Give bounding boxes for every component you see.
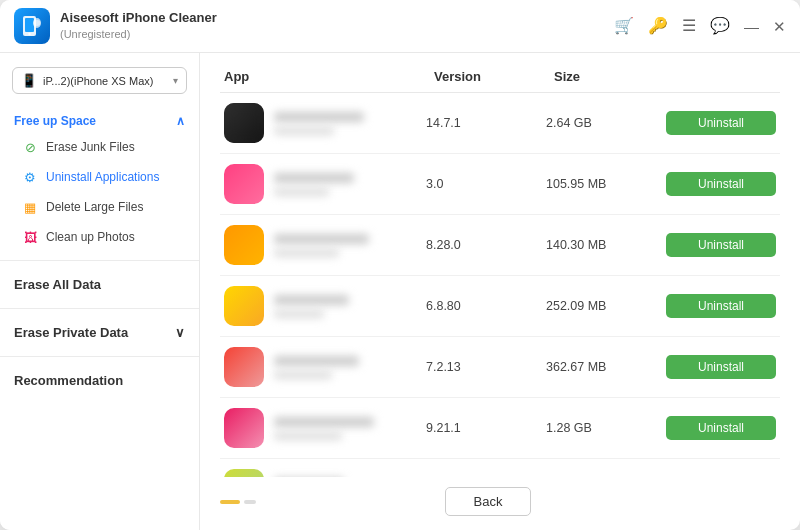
erase-junk-icon: ⊘	[22, 139, 38, 155]
table-row: 3.0 105.95 MB Uninstall	[220, 154, 780, 215]
app-icon	[14, 8, 50, 44]
sidebar-section-free-up-space[interactable]: Free up Space ∧	[0, 108, 199, 132]
app-size: 140.30 MB	[546, 238, 666, 252]
collapse-icon: ∧	[176, 114, 185, 128]
app-size: 2.64 GB	[546, 116, 666, 130]
app-info	[274, 295, 349, 318]
app-dev	[274, 371, 332, 379]
chevron-down-icon: ▾	[173, 75, 178, 86]
app-info	[274, 234, 369, 257]
uninstall-button[interactable]: Uninstall	[666, 355, 776, 379]
device-name: iP...2)(iPhone XS Max)	[43, 75, 167, 87]
back-button[interactable]: Back	[445, 487, 532, 516]
app-dev	[274, 432, 342, 440]
app-name	[274, 356, 359, 366]
app-cell	[224, 408, 426, 448]
device-selector[interactable]: 📱 iP...2)(iPhone XS Max) ▾	[12, 67, 187, 94]
sidebar-item-label: Delete Large Files	[46, 200, 143, 214]
title-bar-right: 🛒 🔑 ☰ 💬 — ✕	[614, 18, 786, 34]
divider-3	[0, 356, 199, 357]
app-dev	[274, 127, 334, 135]
app-window: Aiseesoft iPhone Cleaner (Unregistered) …	[0, 0, 800, 530]
sidebar-item-delete-large-files[interactable]: ▦ Delete Large Files	[0, 192, 199, 222]
minimize-button[interactable]: —	[744, 19, 759, 34]
sidebar-item-erase-junk-files[interactable]: ⊘ Erase Junk Files	[0, 132, 199, 162]
app-info	[274, 112, 364, 135]
app-version: 14.7.1	[426, 116, 546, 130]
svg-rect-1	[25, 18, 34, 32]
uninstall-icon: ⚙	[22, 169, 38, 185]
app-size: 362.67 MB	[546, 360, 666, 374]
app-thumbnail	[224, 469, 264, 477]
app-version: 7.2.13	[426, 360, 546, 374]
section-label: Free up Space	[14, 114, 96, 128]
header-size: Size	[550, 69, 670, 84]
table-row: 7.2.13 362.67 MB Uninstall	[220, 337, 780, 398]
sidebar-item-label: Uninstall Applications	[46, 170, 159, 184]
table-header: App Version Size	[220, 69, 780, 93]
sidebar-erase-all-data[interactable]: Erase All Data	[0, 269, 199, 300]
app-title: Aiseesoft iPhone Cleaner (Unregistered)	[60, 10, 217, 41]
app-dev	[274, 310, 324, 318]
divider-1	[0, 260, 199, 261]
table-row: 10.9.5 1.08 GB Uninstall	[220, 459, 780, 477]
close-button[interactable]: ✕	[773, 19, 786, 34]
sidebar-item-clean-up-photos[interactable]: 🖼 Clean up Photos	[0, 222, 199, 252]
app-version: 6.8.80	[426, 299, 546, 313]
scroll-dot-active	[220, 500, 240, 504]
table-body: 14.7.1 2.64 GB Uninstall 3.0	[220, 93, 780, 477]
uninstall-button[interactable]: Uninstall	[666, 294, 776, 318]
clean-photos-icon: 🖼	[22, 229, 38, 245]
app-cell	[224, 103, 426, 143]
sidebar-item-uninstall-applications[interactable]: ⚙ Uninstall Applications	[0, 162, 199, 192]
erase-private-label: Erase Private Data	[14, 325, 128, 340]
table-footer: Back	[220, 477, 780, 516]
app-info	[274, 173, 354, 196]
key-icon[interactable]: 🔑	[648, 18, 668, 34]
app-name	[274, 112, 364, 122]
title-bar: Aiseesoft iPhone Cleaner (Unregistered) …	[0, 0, 800, 53]
phone-icon: 📱	[21, 73, 37, 88]
uninstall-button[interactable]: Uninstall	[666, 111, 776, 135]
cart-icon[interactable]: 🛒	[614, 18, 634, 34]
sidebar-item-label: Clean up Photos	[46, 230, 135, 244]
title-bar-left: Aiseesoft iPhone Cleaner (Unregistered)	[14, 8, 217, 44]
uninstall-button[interactable]: Uninstall	[666, 172, 776, 196]
table-row: 6.8.80 252.09 MB Uninstall	[220, 276, 780, 337]
app-dev	[274, 249, 339, 257]
app-thumbnail	[224, 164, 264, 204]
svg-point-2	[28, 33, 30, 35]
app-cell	[224, 347, 426, 387]
menu-icon[interactable]: ☰	[682, 18, 696, 34]
uninstall-button[interactable]: Uninstall	[666, 416, 776, 440]
main-content: 📱 iP...2)(iPhone XS Max) ▾ Free up Space…	[0, 53, 800, 530]
app-thumbnail	[224, 225, 264, 265]
divider-2	[0, 308, 199, 309]
table-row: 14.7.1 2.64 GB Uninstall	[220, 93, 780, 154]
delete-large-icon: ▦	[22, 199, 38, 215]
sidebar-item-label: Erase Junk Files	[46, 140, 135, 154]
chat-icon[interactable]: 💬	[710, 18, 730, 34]
content-area: App Version Size	[200, 53, 800, 530]
app-thumbnail	[224, 103, 264, 143]
app-thumbnail	[224, 408, 264, 448]
sidebar-recommendation[interactable]: Recommendation	[0, 365, 199, 396]
app-main-title: Aiseesoft iPhone Cleaner	[60, 10, 217, 27]
app-thumbnail	[224, 347, 264, 387]
app-cell	[224, 469, 426, 477]
scroll-indicator	[220, 500, 256, 504]
app-name	[274, 234, 369, 244]
app-info	[274, 417, 374, 440]
header-version: Version	[430, 69, 550, 84]
app-version: 8.28.0	[426, 238, 546, 252]
app-subtitle: (Unregistered)	[60, 27, 217, 41]
app-cell	[224, 286, 426, 326]
app-dev	[274, 188, 329, 196]
sidebar-erase-private-data[interactable]: Erase Private Data ∨	[0, 317, 199, 348]
uninstall-button[interactable]: Uninstall	[666, 233, 776, 257]
app-name	[274, 295, 349, 305]
header-app: App	[220, 69, 430, 84]
app-size: 105.95 MB	[546, 177, 666, 191]
app-thumbnail	[224, 286, 264, 326]
app-info	[274, 356, 359, 379]
